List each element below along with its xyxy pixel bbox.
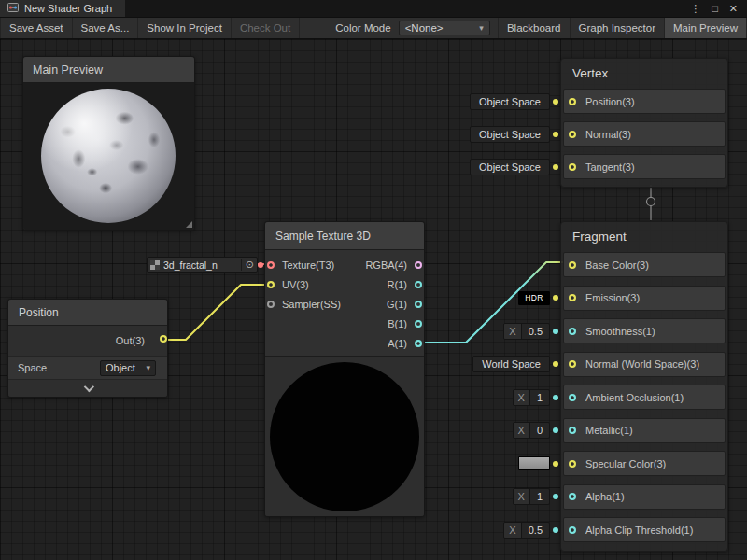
- x-axis-tag: X: [514, 423, 530, 438]
- alpha-port[interactable]: [569, 493, 576, 500]
- g-output-port[interactable]: [415, 301, 422, 308]
- graph-inspector-button[interactable]: Graph Inspector: [571, 18, 665, 38]
- shader-graph-window: New Shader Graph ⋮ □ ✕ Save Asset Save A…: [0, 0, 747, 560]
- tangent-space-widget[interactable]: Object Space: [470, 159, 550, 175]
- window-controls: ⋮ □ ✕: [690, 3, 747, 15]
- base-color-port[interactable]: [569, 261, 576, 269]
- space-label: Space: [18, 362, 47, 373]
- sample-preview-sphere: [270, 362, 419, 511]
- normal-space-widget[interactable]: Object Space: [470, 126, 550, 143]
- x-axis-tag: X: [514, 390, 530, 405]
- metallic-value-field[interactable]: X 0: [513, 422, 550, 439]
- smoothness-port[interactable]: [569, 328, 576, 335]
- normal-world-space-port[interactable]: [569, 360, 576, 368]
- sample-ports-area: Texture(T3) UV(3) Sampler(SS) RGBA(4): [265, 250, 424, 356]
- position-collapse-control[interactable]: [8, 380, 167, 397]
- world-space-widget-label: World Space: [482, 358, 541, 370]
- resize-handle[interactable]: [186, 221, 192, 228]
- menu-icon[interactable]: ⋮: [690, 3, 700, 15]
- show-in-project-button[interactable]: Show In Project: [138, 18, 232, 38]
- fragment-row-specular-color: Specular Color(3): [563, 451, 726, 476]
- wire-position-out-to-uv[interactable]: [162, 285, 272, 340]
- document-tab[interactable]: New Shader Graph: [0, 0, 125, 17]
- graph-canvas[interactable]: Main Preview Position Out(3) Space Objec…: [0, 39, 747, 560]
- sampler-input-port[interactable]: [267, 301, 275, 308]
- vertex-node-body: Object Space Position(3) Object Space No…: [561, 87, 727, 179]
- ambient-occlusion-port[interactable]: [569, 394, 576, 401]
- vertex-fragment-connector-dot: [647, 198, 655, 206]
- input-row-sampler: Sampler(SS): [265, 294, 355, 314]
- r-output-port[interactable]: [415, 281, 422, 288]
- object-picker-icon[interactable]: ⊙: [241, 259, 254, 271]
- vertex-normal-label: Normal(3): [585, 129, 631, 140]
- maximize-icon[interactable]: □: [712, 3, 718, 14]
- sample-texture-3d-node[interactable]: Sample Texture 3D Texture(T3) UV(3) Samp…: [264, 221, 425, 517]
- vertex-row-normal: Object Space Normal(3): [563, 121, 726, 147]
- rgba-output-port[interactable]: [415, 261, 422, 269]
- sampler-input-label: Sampler(SS): [282, 299, 341, 310]
- normal-ws-stub-dot: [553, 361, 558, 367]
- a-output-label: A(1): [388, 338, 407, 349]
- blackboard-button[interactable]: Blackboard: [498, 18, 571, 38]
- r-output-label: R(1): [388, 279, 407, 290]
- main-preview-panel[interactable]: Main Preview: [22, 56, 195, 231]
- save-asset-button[interactable]: Save Asset: [0, 18, 73, 38]
- preview-sphere: [41, 89, 176, 223]
- vertex-position-port[interactable]: [569, 98, 576, 105]
- color-mode-value: <None>: [405, 22, 444, 34]
- smoothness-value-field[interactable]: X 0.5: [503, 323, 550, 340]
- x-axis-tag: X: [504, 523, 521, 538]
- emission-hdr-swatch[interactable]: HDR: [518, 291, 550, 305]
- chevron-down-icon: [84, 382, 94, 392]
- b-output-port[interactable]: [415, 320, 422, 328]
- smoothness-stub-dot: [553, 329, 558, 334]
- specular-stub-dot: [553, 461, 558, 467]
- alpha-clip-value-field[interactable]: X 0.5: [503, 522, 550, 539]
- alpha-value-field[interactable]: X 1: [513, 488, 550, 505]
- alpha-value: 1: [530, 489, 549, 504]
- normal-world-space-label: Normal (World Space)(3): [585, 358, 699, 370]
- out-port-label: Out(3): [116, 335, 145, 346]
- fragment-node[interactable]: Fragment Base Color(3) HDR Emission(3): [560, 221, 728, 552]
- output-row-rgba: RGBA(4): [353, 255, 424, 274]
- vertex-row-tangent: Object Space Tangent(3): [563, 154, 726, 179]
- chevron-down-icon: ▾: [146, 363, 150, 372]
- fragment-row-ambient-occlusion: X 1 Ambient Occlusion(1): [563, 385, 726, 410]
- close-icon[interactable]: ✕: [729, 3, 738, 15]
- output-row-a: A(1): [353, 333, 424, 353]
- emission-port[interactable]: [569, 294, 576, 301]
- ambient-occlusion-value-field[interactable]: X 1: [513, 389, 550, 406]
- metallic-label: Metallic(1): [585, 425, 633, 436]
- position-out-port[interactable]: [160, 335, 167, 343]
- uv-input-port[interactable]: [267, 281, 275, 288]
- emission-stub-dot: [553, 295, 558, 301]
- main-preview-button[interactable]: Main Preview: [665, 18, 747, 38]
- position-space-widget[interactable]: Object Space: [470, 93, 550, 110]
- vertex-tangent-port[interactable]: [569, 163, 576, 171]
- space-dropdown[interactable]: Object ▾: [100, 360, 156, 376]
- texture-input-port[interactable]: [267, 261, 275, 269]
- specular-color-swatch[interactable]: [518, 456, 550, 470]
- main-preview-header[interactable]: Main Preview: [23, 57, 194, 83]
- vertex-position-label: Position(3): [585, 96, 635, 107]
- specular-color-port[interactable]: [569, 460, 576, 468]
- fragment-row-alpha-clip: X 0.5 Alpha Clip Threshold(1): [563, 517, 726, 542]
- alpha-clip-stub-dot: [553, 527, 558, 533]
- smoothness-value: 0.5: [522, 324, 549, 339]
- x-axis-tag: X: [514, 489, 530, 504]
- vertex-normal-port[interactable]: [569, 131, 576, 138]
- position-node[interactable]: Position Out(3) Space Object ▾: [7, 299, 168, 398]
- color-mode-dropdown[interactable]: <None> ▾: [399, 21, 490, 35]
- vertex-row-position: Object Space Position(3): [563, 89, 726, 114]
- metallic-port[interactable]: [569, 427, 576, 434]
- a-output-port[interactable]: [415, 340, 422, 347]
- vertex-node[interactable]: Vertex Object Space Position(3) Object S…: [560, 58, 728, 188]
- save-as-button[interactable]: Save As...: [73, 18, 139, 38]
- sample-node-preview: [265, 356, 424, 516]
- b-output-label: B(1): [388, 318, 407, 329]
- sample-node-header[interactable]: Sample Texture 3D: [265, 222, 424, 250]
- normal-world-space-widget[interactable]: World Space: [472, 356, 550, 372]
- position-node-header[interactable]: Position: [8, 300, 167, 326]
- alpha-clip-port[interactable]: [569, 526, 576, 534]
- texture-asset-field[interactable]: 3d_fractal_n ⊙: [147, 257, 258, 273]
